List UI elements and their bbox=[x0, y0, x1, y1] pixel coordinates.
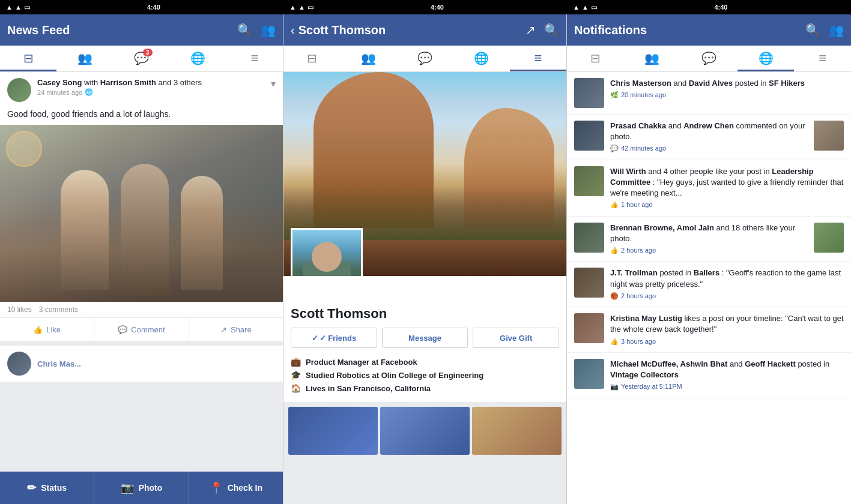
post-expand-icon[interactable]: ▾ bbox=[271, 78, 276, 89]
comment-icon: 💬 bbox=[118, 325, 127, 334]
search-icon-left[interactable]: 🔍 bbox=[237, 23, 252, 37]
notif-target-1: SF Hikers bbox=[769, 79, 805, 88]
profile-avatar bbox=[291, 228, 363, 276]
notif-actor-michael: Michael McDuffee, Ashwin Bhat bbox=[610, 359, 727, 368]
friends-icon-left[interactable]: 👥 bbox=[261, 23, 276, 37]
notif-time-2: 💬 42 minutes ago bbox=[610, 144, 808, 153]
notif-target-7: Vintage Collectors bbox=[610, 370, 679, 379]
gift-btn[interactable]: Give Gift bbox=[473, 328, 559, 348]
notif-actor-prasad: Prasad Chakka bbox=[610, 121, 666, 130]
notif-item-n3[interactable]: Will Wirth and 4 other people like your … bbox=[567, 160, 851, 217]
tab-globe-right[interactable]: 🌐 bbox=[737, 45, 795, 71]
notif-avatar-prasad bbox=[574, 121, 604, 151]
notif-avatar-chris bbox=[574, 78, 604, 108]
notif-item-n5[interactable]: J.T. Trollman posted in Ballers : "Geoff… bbox=[567, 262, 851, 307]
notif-time-7: 📷 Yesterday at 5:11PM bbox=[610, 382, 844, 391]
photo-thumb-1[interactable] bbox=[288, 407, 378, 455]
tab-friends-mid[interactable]: 👥 bbox=[340, 45, 396, 71]
time-right: 4:40 bbox=[714, 4, 727, 11]
notif-rest-1: posted in bbox=[735, 79, 769, 88]
post-image bbox=[0, 125, 283, 302]
notif-item-n1[interactable]: Chris Masterson and David Alves posted i… bbox=[567, 72, 851, 115]
comment-button[interactable]: 💬 Comment bbox=[94, 318, 189, 341]
notifications-header: Notifications 🔍 👥 bbox=[567, 14, 851, 46]
tab-messages-right[interactable]: 💬 bbox=[680, 45, 737, 71]
notif-actor-andrew: Andrew Chen bbox=[683, 121, 734, 130]
tab-messages-left[interactable]: 💬 3 bbox=[113, 45, 169, 71]
notif-item-n4[interactable]: Brennan Browne, Amol Jain and 18 others … bbox=[567, 217, 851, 262]
notif-item-n6[interactable]: Kristina May Lustig likes a post on your… bbox=[567, 307, 851, 353]
search-icon-right[interactable]: 🔍 bbox=[805, 23, 820, 37]
message-btn[interactable]: Message bbox=[382, 328, 468, 348]
status-button[interactable]: ✏ Status bbox=[0, 472, 94, 504]
menu-tab-icon: ≡ bbox=[250, 50, 258, 66]
notif-time-icon-6: 👍 bbox=[610, 337, 619, 346]
notif-action-2: and bbox=[668, 121, 683, 130]
notif-text-n7: Michael McDuffee, Ashwin Bhat and Geoff … bbox=[610, 359, 844, 392]
tab-friends-right[interactable]: 👥 bbox=[624, 45, 681, 71]
photo-button[interactable]: 📷 Photo bbox=[94, 472, 189, 504]
friends-btn[interactable]: ✓ ✓ Friends bbox=[291, 328, 377, 348]
notif-item-n7[interactable]: Michael McDuffee, Ashwin Bhat and Geoff … bbox=[567, 353, 851, 398]
next-post-preview: Chris Mas... bbox=[37, 359, 81, 368]
photo-thumb-2[interactable] bbox=[380, 407, 470, 455]
like-icon: 👍 bbox=[33, 325, 43, 334]
like-button[interactable]: 👍 Like bbox=[0, 318, 94, 341]
tab-globe-left[interactable]: 🌐 bbox=[170, 45, 226, 71]
notif-avatar-michael bbox=[574, 359, 604, 389]
profile-tabbar: ⊟ 👥 💬 🌐 ≡ bbox=[283, 46, 566, 72]
notif-text-n5: J.T. Trollman posted in Ballers : "Geoff… bbox=[610, 268, 844, 301]
checkin-icon: 📍 bbox=[210, 481, 223, 494]
tab-menu-left[interactable]: ≡ bbox=[226, 45, 283, 71]
friends-icon-right[interactable]: 👥 bbox=[829, 23, 844, 37]
globe-tab-icon-right: 🌐 bbox=[759, 51, 774, 65]
briefcase-icon: 💼 bbox=[291, 357, 301, 367]
tab-newsfeed-right[interactable]: ⊟ bbox=[567, 45, 624, 71]
photo-thumb-3[interactable] bbox=[472, 407, 562, 455]
notif-time-icon-1: 🌿 bbox=[610, 91, 619, 100]
back-icon[interactable]: ‹ bbox=[291, 23, 295, 37]
notif-text-n1: Chris Masterson and David Alves posted i… bbox=[610, 78, 844, 100]
notif-avatar-will bbox=[574, 166, 604, 196]
notif-actor-brennan: Brennan Browne, Amol Jain bbox=[610, 223, 714, 232]
time-left: 4:40 bbox=[147, 4, 160, 11]
location-text: Lives in San Francisco, California bbox=[306, 384, 431, 393]
notif-text-n3: Will Wirth and 4 other people like your … bbox=[610, 166, 844, 210]
post-header: Casey Song with Harrison Smith and 3 oth… bbox=[0, 72, 283, 108]
signal-icon-right: ▲ bbox=[582, 4, 589, 11]
notif-action-7: and bbox=[730, 359, 745, 368]
wifi-icon-right: ▲ bbox=[573, 4, 580, 11]
friends-tab-icon-mid: 👥 bbox=[361, 51, 376, 65]
tab-newsfeed-mid[interactable]: ⊟ bbox=[283, 45, 340, 71]
avatar-chris-small bbox=[7, 352, 31, 376]
tab-newsfeed[interactable]: ⊟ bbox=[0, 45, 56, 71]
tab-menu-mid[interactable]: ≡ bbox=[510, 45, 566, 71]
post-meta: Casey Song with Harrison Smith and 3 oth… bbox=[37, 78, 265, 96]
post-card: Casey Song with Harrison Smith and 3 oth… bbox=[0, 72, 283, 341]
globe-tab-icon: 🌐 bbox=[190, 51, 205, 65]
notif-avatar-brennan bbox=[574, 223, 604, 253]
notif-item-n2[interactable]: Prasad Chakka and Andrew Chen commented … bbox=[567, 115, 851, 160]
share-icon-mid[interactable]: ↗ bbox=[525, 23, 536, 37]
home-icon: 🏠 bbox=[291, 383, 301, 393]
battery-icon-right: ▭ bbox=[591, 4, 597, 11]
bottom-toolbar: ✏ Status 📷 Photo 📍 Check In bbox=[0, 472, 283, 504]
share-button[interactable]: ↗ Share bbox=[189, 318, 283, 341]
tab-messages-mid[interactable]: 💬 bbox=[396, 45, 453, 71]
wifi-icon: ▲ bbox=[6, 4, 13, 11]
comments-count: 3 comments bbox=[39, 305, 78, 314]
newsfeed-tab-icon-right: ⊟ bbox=[590, 51, 601, 65]
tab-globe-mid[interactable]: 🌐 bbox=[453, 45, 510, 71]
tab-friends-left[interactable]: 👥 bbox=[56, 45, 113, 71]
profile-education: 🎓 Studied Robotics at Olin College of En… bbox=[291, 368, 559, 382]
search-icon-mid[interactable]: 🔍 bbox=[544, 23, 559, 37]
notif-time-icon-3: 👍 bbox=[610, 200, 619, 209]
tab-menu-right[interactable]: ≡ bbox=[794, 45, 851, 71]
notif-time-icon-5: 🏀 bbox=[610, 292, 619, 301]
education-icon: 🎓 bbox=[291, 370, 301, 380]
friends-tab-icon: 👥 bbox=[77, 51, 92, 65]
menu-tab-icon-right: ≡ bbox=[819, 50, 826, 66]
notif-action-3: and 4 other people like your post in bbox=[648, 167, 772, 176]
checkin-button[interactable]: 📍 Check In bbox=[189, 472, 283, 504]
notif-text-n6: Kristina May Lustig likes a post on your… bbox=[610, 313, 844, 346]
